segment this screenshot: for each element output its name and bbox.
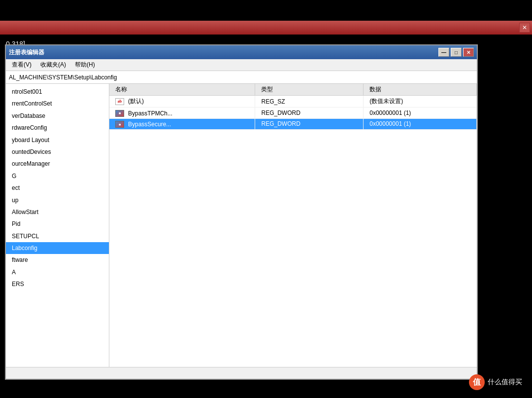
tree-item-verdatabase[interactable]: verDatabase	[6, 110, 109, 122]
watermark-icon: 值	[469, 374, 485, 390]
col-header-name: 名称	[109, 84, 255, 96]
tree-item-g[interactable]: G	[6, 170, 109, 182]
watermark-text: 什么值得买	[488, 378, 522, 387]
table-row[interactable]: ■ BypassTPMCh... REG_DWORD 0x00000001 (1…	[109, 108, 477, 119]
tree-item-mounteddevices[interactable]: ountedDevices	[6, 146, 109, 158]
regedit-statusbar	[6, 367, 477, 378]
tree-item-ers[interactable]: ERS	[6, 278, 109, 290]
reg-type-bypasstpm: REG_DWORD	[255, 108, 364, 119]
reg-name-default: ab (默认)	[109, 96, 255, 108]
regedit-values: 名称 类型 数据 ab (默认) REG_SZ	[109, 84, 477, 367]
regedit-tree[interactable]: ntrolSet001 rrentControlSet verDatabase …	[6, 84, 109, 367]
menu-help[interactable]: 帮助(H)	[71, 60, 99, 70]
reg-type-bypasssecure: REG_DWORD	[255, 118, 364, 130]
tree-item-a[interactable]: A	[6, 266, 109, 278]
tree-item-labconfig[interactable]: Labconfig	[6, 242, 109, 254]
regedit-addressbar: AL_MACHINE\SYSTEM\Setup\Labconfig	[6, 71, 477, 84]
regedit-body: ntrolSet001 rrentControlSet verDatabase …	[6, 84, 477, 367]
col-header-type: 类型	[255, 84, 364, 96]
terminal-close-button[interactable]: ✕	[519, 23, 530, 33]
tree-item-controlset001[interactable]: ntrolSet001	[6, 86, 109, 98]
col-header-data: 数据	[364, 84, 477, 96]
tree-item-up[interactable]: up	[6, 194, 109, 206]
address-path: AL_MACHINE\SYSTEM\Setup\Labconfig	[9, 74, 117, 81]
terminal-titlebar: ✕	[0, 21, 532, 35]
tree-item-keyboard-layout[interactable]: yboard Layout	[6, 134, 109, 146]
tree-item-pid[interactable]: Pid	[6, 218, 109, 230]
menu-view[interactable]: 查看(V)	[8, 60, 35, 70]
tree-item-currentcontrolset[interactable]: rrentControlSet	[6, 98, 109, 109]
close-button[interactable]: ✕	[463, 48, 474, 57]
minimize-button[interactable]: —	[438, 48, 449, 57]
reg-name-bypasssecure: ■ BypassSecure...	[109, 118, 255, 130]
regedit-window: 注册表编辑器 — □ ✕ 查看(V) 收藏夹(A) 帮助(H) AL_MACHI…	[5, 44, 478, 380]
reg-data-default: (数值未设置)	[364, 96, 477, 108]
tree-item-sourcemanager[interactable]: ourceManager	[6, 158, 109, 170]
tree-item-ect[interactable]: ect	[6, 182, 109, 194]
reg-name-bypasstpm: ■ BypassTPMCh...	[109, 108, 255, 119]
watermark: 值 什么值得买	[469, 374, 522, 390]
values-table: 名称 类型 数据 ab (默认) REG_SZ	[109, 84, 477, 130]
menu-favorites[interactable]: 收藏夹(A)	[36, 60, 70, 70]
regedit-menubar: 查看(V) 收藏夹(A) 帮助(H)	[6, 59, 477, 71]
tree-item-setupcl[interactable]: SETUPCL	[6, 230, 109, 242]
regedit-titlebar: 注册表编辑器 — □ ✕	[6, 45, 477, 59]
reg-icon-dword-1: ■	[115, 110, 124, 117]
reg-type-default: REG_SZ	[255, 96, 364, 108]
tree-item-allowstart[interactable]: AllowStart	[6, 206, 109, 218]
table-row[interactable]: ■ BypassSecure... REG_DWORD 0x00000001 (…	[109, 118, 477, 130]
tree-item-rdwareconfig[interactable]: rdwareConfig	[6, 122, 109, 134]
reg-data-bypasssecure: 0x00000001 (1)	[364, 118, 477, 130]
reg-data-bypasstpm: 0x00000001 (1)	[364, 108, 477, 119]
tree-item-ftware[interactable]: ftware	[6, 254, 109, 266]
maximize-button[interactable]: □	[451, 48, 462, 57]
reg-icon-dword-2: ■	[115, 121, 124, 128]
regedit-title: 注册表编辑器	[9, 48, 44, 57]
table-row[interactable]: ab (默认) REG_SZ (数值未设置)	[109, 96, 477, 108]
titlebar-buttons: — □ ✕	[438, 48, 474, 57]
reg-icon-ab: ab	[115, 98, 124, 105]
